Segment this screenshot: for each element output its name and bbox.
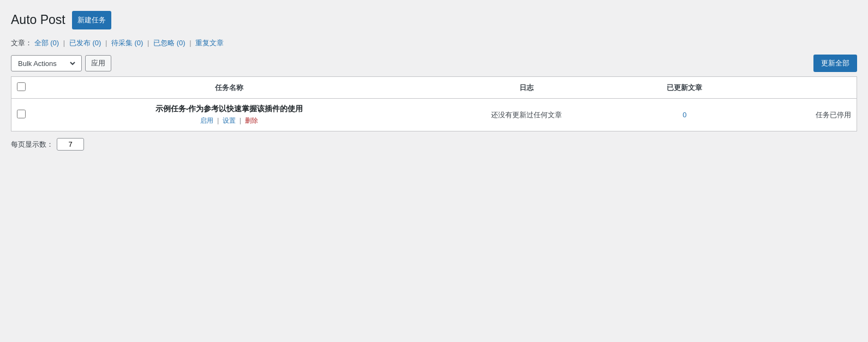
per-page-label: 每页显示数： xyxy=(11,140,53,149)
action-sep-2: | xyxy=(240,116,241,124)
filter-published[interactable]: 已发布 (0) xyxy=(69,39,101,47)
action-delete[interactable]: 删除 xyxy=(245,117,258,124)
toolbar-left: Bulk Actions 应用 xyxy=(11,55,111,71)
separator-3: | xyxy=(147,39,149,47)
filter-ignored[interactable]: 已忽略 (0) xyxy=(153,39,185,47)
separator-1: | xyxy=(63,39,65,47)
filter-pending[interactable]: 待采集 (0) xyxy=(111,39,143,47)
header-updated: 已更新文章 xyxy=(627,77,742,99)
action-settings[interactable]: 设置 xyxy=(223,117,236,124)
filter-label: 文章 xyxy=(11,39,25,47)
filter-bar: 文章： 全部 (0) | 已发布 (0) | 待采集 (0) | 已忽略 (0)… xyxy=(11,38,857,48)
row-updated-cell: 0 xyxy=(627,99,742,131)
filter-duplicate[interactable]: 重复文章 xyxy=(195,39,224,47)
row-checkbox-cell xyxy=(11,99,33,131)
separator-4: | xyxy=(189,39,191,47)
row-log-cell: 还没有更新过任何文章 xyxy=(425,99,627,131)
tasks-table: 任务名称 日志 已更新文章 示例任务-作为参考以快速掌握该插件的使用 启用 | … xyxy=(11,77,857,131)
per-page-input[interactable] xyxy=(57,138,84,151)
row-checkbox[interactable] xyxy=(17,110,26,118)
header-checkbox-cell xyxy=(11,77,33,99)
task-name: 示例任务-作为参考以快速掌握该插件的使用 xyxy=(39,104,420,114)
apply-button[interactable]: 应用 xyxy=(85,55,111,71)
page-header: Auto Post 新建任务 xyxy=(11,11,857,29)
row-status-cell: 任务已停用 xyxy=(742,99,857,131)
select-all-checkbox[interactable] xyxy=(17,82,26,91)
table-row: 示例任务-作为参考以快速掌握该插件的使用 启用 | 设置 | 删除 还没有更新过… xyxy=(11,99,857,131)
page-title: Auto Post xyxy=(11,12,65,28)
action-enable[interactable]: 启用 xyxy=(200,117,213,124)
separator-2: | xyxy=(105,39,107,47)
header-status xyxy=(742,77,857,99)
new-task-button[interactable]: 新建任务 xyxy=(72,11,111,29)
update-all-button[interactable]: 更新全部 xyxy=(813,55,857,72)
bulk-actions-select[interactable]: Bulk Actions xyxy=(11,55,82,71)
header-log: 日志 xyxy=(425,77,627,99)
action-sep-1: | xyxy=(217,116,219,124)
tasks-table-container: 任务名称 日志 已更新文章 示例任务-作为参考以快速掌握该插件的使用 启用 | … xyxy=(11,76,857,131)
toolbar: Bulk Actions 应用 更新全部 xyxy=(11,52,857,74)
task-actions: 启用 | 设置 | 删除 xyxy=(39,116,420,125)
row-name-cell: 示例任务-作为参考以快速掌握该插件的使用 启用 | 设置 | 删除 xyxy=(33,99,425,131)
per-page-row: 每页显示数： xyxy=(11,138,857,151)
table-header-row: 任务名称 日志 已更新文章 xyxy=(11,77,857,99)
header-name: 任务名称 xyxy=(33,77,425,99)
bulk-actions-dropdown[interactable]: Bulk Actions xyxy=(16,59,77,68)
filter-all[interactable]: 全部 (0) xyxy=(34,39,59,47)
